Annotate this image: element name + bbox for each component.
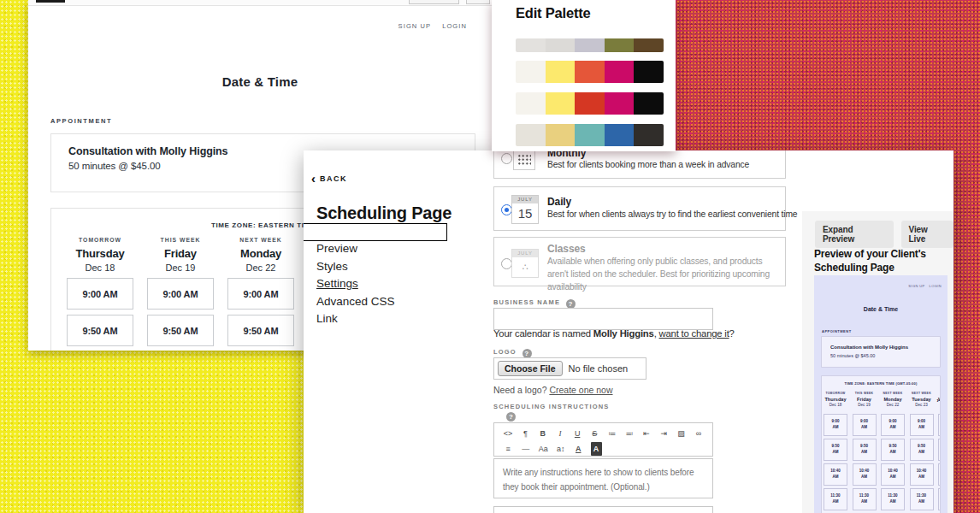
- toolbar-row-1: <>¶BIUS≔≕⇤⇥▨∞: [499, 426, 707, 441]
- calendar-month-label: JULY: [512, 196, 538, 203]
- logo-file-input[interactable]: Choose File No file chosen: [493, 357, 646, 380]
- color-swatch: [546, 38, 576, 52]
- login-link[interactable]: LOGIN: [442, 22, 467, 30]
- mini-slot-column: 9:00AM9:50AM10:40AM11:30AM12:20PM: [910, 414, 934, 513]
- mini-time-slot: 9:50AM: [824, 439, 847, 461]
- mini-time-slot: 9:00AM: [938, 414, 941, 436]
- palette-option-3[interactable]: [516, 92, 664, 115]
- cropped-toolbar-box-2: [466, 0, 490, 4]
- mini-time-slot: 11:30AM: [853, 488, 877, 510]
- mini-day-header: TOMORROWThursdayDec 18: [824, 392, 847, 407]
- day-tag: TOMORROW: [79, 237, 121, 243]
- rich-text-toolbar: <>¶BIUS≔≕⇤⇥▨∞ ≡—Aaa↕AA: [493, 422, 713, 457]
- business-name-input[interactable]: [493, 308, 713, 330]
- nav-item-link[interactable]: Link: [316, 310, 470, 328]
- monthly-radio[interactable]: [501, 153, 512, 164]
- toolbar-indent-icon[interactable]: ⇥: [655, 427, 672, 440]
- layout-option-classes[interactable]: JULY ∴ Classes Available when offering o…: [493, 237, 786, 286]
- edit-palette-title: Edit Palette: [516, 5, 590, 21]
- day-date: Dec 22: [246, 262, 276, 273]
- mini-next-days-chevron-icon: ›: [936, 397, 939, 404]
- toolbar-link-icon[interactable]: ∞: [690, 427, 707, 440]
- toolbar-highlight-icon[interactable]: A: [591, 442, 602, 456]
- toolbar-bold-icon[interactable]: B: [534, 427, 552, 440]
- mini-day-header: NEXT WEEKTuesdayDec 23: [910, 392, 934, 407]
- settings-nav: Preview Styles Settings Advanced CSS Lin…: [316, 240, 470, 328]
- color-swatch: [575, 61, 605, 83]
- day-name: Friday: [164, 247, 197, 260]
- monthly-description: Best for clients booking more than a wee…: [547, 160, 749, 169]
- mini-slot-column: 9:00AM9:50AM10:40AM11:30AM12:20PM: [938, 414, 941, 513]
- view-live-button[interactable]: View Live: [901, 221, 953, 248]
- mini-slot-column: 9:00AM9:50AM10:40AM11:30AM12:20PM: [824, 414, 847, 513]
- time-slot-button[interactable]: 9:50 AM: [147, 315, 214, 346]
- time-slot-button[interactable]: 9:50 AM: [67, 315, 133, 346]
- toolbar-line-spacing-icon[interactable]: a↕: [552, 442, 570, 456]
- expand-preview-button[interactable]: Expand Preview: [815, 221, 894, 248]
- nav-item-preview[interactable]: Preview: [316, 240, 470, 258]
- color-swatch: [516, 124, 546, 146]
- color-swatch: [605, 124, 635, 146]
- toolbar-italic-icon[interactable]: I: [552, 427, 569, 440]
- calendar-name-hint: Your calendar is named Molly Higgins, wa…: [493, 328, 735, 339]
- color-swatch: [605, 61, 635, 83]
- palette-option-1[interactable]: [516, 38, 664, 52]
- daily-label: Daily: [547, 196, 571, 208]
- mini-appointment-card: Consultation with Molly Higgins 50 minut…: [821, 336, 941, 368]
- appointment-title: Consultation with Molly Higgins: [68, 145, 227, 157]
- toolbar-strikethrough-icon[interactable]: S: [586, 427, 603, 440]
- palette-option-2[interactable]: [516, 61, 664, 83]
- time-slot-button[interactable]: 9:00 AM: [67, 278, 133, 310]
- mini-time-slot: 9:00AM: [910, 414, 934, 436]
- toolbar-paragraph-icon[interactable]: ¶: [517, 427, 534, 440]
- calendar-day-icon: JULY 15: [511, 195, 539, 224]
- day-column: THIS WEEKFridayDec 199:00 AM9:50 AM: [147, 237, 214, 346]
- modal-title: Scheduling Page: [316, 203, 452, 223]
- toolbar-font-size-icon[interactable]: Aa: [534, 442, 552, 456]
- mini-time-slot: 9:00AM: [881, 414, 905, 436]
- time-slot-button[interactable]: 9:50 AM: [227, 315, 294, 346]
- palette-option-4[interactable]: [516, 124, 664, 146]
- time-slot-button[interactable]: 9:00 AM: [147, 278, 214, 310]
- mini-time-slot: 9:00AM: [824, 414, 847, 436]
- mini-time-slot: 10:40AM: [938, 463, 941, 486]
- choose-file-button[interactable]: Choose File: [498, 361, 563, 376]
- mini-day-header: THIS WEEKFridayDec 19: [853, 392, 877, 407]
- instructions-help-icon[interactable]: ?: [506, 412, 516, 422]
- color-swatch: [634, 92, 664, 115]
- toolbar-code-icon[interactable]: <>: [499, 427, 517, 440]
- mini-time-slot: 9:50AM: [853, 439, 877, 461]
- mini-time-slot: 10:40AM: [881, 463, 905, 486]
- toolbar-bullet-list-icon[interactable]: ≔: [604, 427, 621, 440]
- time-slot-button[interactable]: 9:00 AM: [227, 278, 294, 310]
- calendar-month-label: JULY: [512, 250, 538, 257]
- change-name-link[interactable]: want to change it: [659, 328, 729, 339]
- toolbar-row-2: ≡—Aaa↕AA: [499, 441, 707, 457]
- nav-item-advanced-css[interactable]: Advanced CSS: [316, 293, 470, 311]
- toolbar-outdent-icon[interactable]: ⇤: [638, 427, 655, 440]
- color-swatch: [516, 92, 546, 115]
- day-columns: TOMORROWThursdayDec 189:00 AM9:50 AMTHIS…: [67, 237, 294, 346]
- toolbar-horizontal-rule-icon[interactable]: —: [517, 442, 535, 456]
- back-button[interactable]: ‹ BACK: [311, 174, 347, 183]
- layout-option-daily[interactable]: JULY 15 Daily Best for when clients alwa…: [493, 186, 786, 231]
- nav-item-settings[interactable]: Settings: [316, 275, 470, 293]
- color-swatch: [516, 61, 546, 83]
- toolbar-numbered-list-icon[interactable]: ≕: [621, 427, 638, 440]
- instructions-textarea[interactable]: [493, 458, 713, 498]
- toolbar-image-icon[interactable]: ▨: [673, 427, 690, 440]
- nav-item-styles[interactable]: Styles: [316, 258, 470, 276]
- toolbar-align-left-icon[interactable]: ≡: [499, 442, 517, 456]
- color-swatch: [516, 38, 546, 52]
- toolbar-text-color-icon[interactable]: A: [570, 442, 587, 456]
- color-swatch: [546, 61, 576, 83]
- mini-day-headers: TOMORROWThursdayDec 18THIS WEEKFridayDec…: [824, 392, 941, 407]
- calendar-classes-icon: JULY ∴: [511, 249, 539, 278]
- create-logo-link[interactable]: Create one now: [549, 385, 612, 395]
- sign-up-link[interactable]: SIGN UP: [398, 22, 432, 30]
- toolbar-underline-icon[interactable]: U: [569, 427, 586, 440]
- calendar-name: Molly Higgins: [593, 328, 654, 339]
- mini-time-picker-card: TIME ZONE: EASTERN TIME (GMT-05:00) TOMO…: [821, 375, 941, 513]
- mini-time-slot: 10:40AM: [824, 463, 847, 486]
- color-swatch: [546, 92, 576, 115]
